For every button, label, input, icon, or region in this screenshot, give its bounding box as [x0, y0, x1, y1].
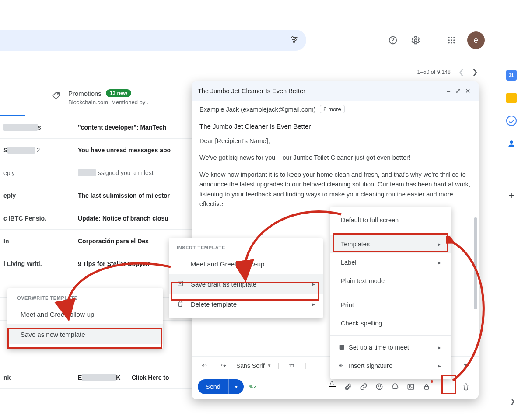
svg-point-17 — [378, 386, 379, 387]
svg-point-18 — [380, 386, 381, 387]
menu-item-schedule[interactable]: Set up a time to meet▶ — [330, 338, 452, 357]
undo-icon[interactable]: ↶ — [198, 359, 211, 372]
drive-icon[interactable] — [388, 380, 402, 393]
svg-point-20 — [409, 385, 410, 387]
menu-item-templates[interactable]: Templates▶ — [330, 235, 452, 253]
templates-menu: INSERT TEMPLATE Meet and Greet follow-up… — [169, 238, 323, 318]
svg-point-9 — [448, 39, 450, 41]
mail-row[interactable]: c IBTC Pensio.Update: Notice of branch c… — [0, 207, 192, 230]
mail-row[interactable]: nkExxxxxxxxxxK - -- Click Here to — [0, 366, 192, 389]
more-recipients-chip[interactable]: 8 more — [320, 105, 344, 113]
search-bar[interactable] — [0, 30, 306, 51]
emoji-icon[interactable] — [373, 380, 386, 393]
compose-scrollbar[interactable] — [474, 217, 477, 309]
menu-item-spelling[interactable]: Check spelling — [330, 314, 452, 332]
close-icon[interactable]: ✕ — [463, 88, 472, 94]
side-panel-toggle-icon[interactable]: ❯ — [510, 398, 515, 405]
svg-rect-22 — [340, 345, 344, 350]
add-app-icon[interactable]: ＋ — [506, 190, 517, 200]
pen-icon: ✒ — [338, 362, 349, 369]
search-options-icon[interactable] — [290, 35, 298, 46]
contacts-app-icon[interactable] — [506, 138, 517, 149]
tab-promotions-label: Promotions — [68, 90, 102, 97]
tab-promotions[interactable]: Promotions 13 new Blockchain.com, Mentio… — [52, 89, 149, 105]
account-avatar[interactable]: e — [467, 32, 485, 49]
side-panel: ＋ — [497, 61, 525, 411]
template-item[interactable]: Meet and Greet follow-up — [169, 254, 323, 274]
discard-icon[interactable] — [459, 380, 472, 393]
compose-title: The Jumbo Jet Cleaner Is Even Better — [198, 88, 305, 94]
svg-point-7 — [451, 37, 452, 38]
svg-point-2 — [293, 41, 294, 42]
page-next-icon[interactable]: ❯ — [472, 68, 478, 76]
page-prev-icon[interactable]: ❮ — [458, 68, 464, 76]
svg-point-16 — [376, 384, 382, 390]
tab-promotions-badge: 13 new — [106, 89, 131, 97]
compose-recipients[interactable]: Example Jack (examplejack@gmail.com) 8 m… — [192, 101, 479, 118]
send-button[interactable]: Send ▼ — [198, 379, 244, 394]
compose-subject[interactable]: The Jumbo Jet Cleaner Is Even Better — [192, 118, 479, 134]
menu-item-label[interactable]: Label▶ — [330, 253, 452, 272]
signature-pen-icon[interactable]: ✎✔ — [246, 380, 259, 393]
mail-row[interactable]: xxxxxxxxxxs"content developer": ManTech — [0, 116, 192, 139]
tab-promotions-preview: Blockchain.com, Mentioned by . — [68, 99, 149, 105]
mail-row[interactable]: InCorporación para el Des — [0, 230, 192, 252]
svg-rect-21 — [425, 386, 429, 389]
menu-item-print[interactable]: Print — [330, 296, 452, 314]
text-color-icon[interactable] — [326, 380, 339, 393]
expand-icon[interactable]: ⤢ — [453, 88, 463, 94]
svg-point-14 — [453, 42, 455, 43]
mail-row[interactable]: i Living Writi.9 Tips for Stellar Copywr — [0, 252, 192, 275]
more-options-icon[interactable]: ⋮ — [436, 380, 449, 393]
image-icon[interactable] — [404, 380, 417, 393]
tag-icon — [52, 91, 60, 101]
menu-item-fullscreen[interactable]: Default to full screen — [330, 211, 452, 229]
save-template-menu: OVERWRITE TEMPLATE Meet and Greet follow… — [7, 288, 163, 349]
window-top-strip — [0, 0, 525, 21]
overwrite-template-item[interactable]: Meet and Greet follow-up — [7, 304, 163, 324]
menu-item-signature[interactable]: ✒ Insert signature▶ — [330, 357, 452, 375]
svg-point-8 — [453, 37, 455, 38]
more-formatting-icon[interactable]: ▼ — [459, 359, 472, 372]
pagination-range: 1–50 of 9,148 — [417, 69, 451, 75]
calendar-icon — [338, 343, 349, 352]
save-icon — [177, 280, 185, 288]
keep-app-icon[interactable] — [506, 93, 517, 103]
templates-heading: INSERT TEMPLATE — [169, 242, 323, 254]
mail-row[interactable]: Sxxxxxxxx 2You have unread messages abo — [0, 139, 192, 161]
svg-point-0 — [292, 37, 293, 38]
minimize-icon[interactable]: – — [444, 88, 453, 94]
menu-item-delete-template[interactable]: Delete template▶ — [169, 294, 323, 314]
mail-row[interactable]: eplyThe last submission of milestor — [0, 184, 192, 207]
svg-point-11 — [453, 39, 455, 41]
mail-row[interactable]: eplyxxxxxx ssigned you a milest — [0, 161, 192, 184]
menu-item-plaintext[interactable]: Plain text mode — [330, 272, 452, 290]
pagination: 1–50 of 9,148 ❮ ❯ — [417, 68, 478, 76]
header-divider — [0, 58, 525, 58]
font-size-icon[interactable]: тT — [285, 359, 298, 372]
svg-point-5 — [414, 39, 417, 42]
settings-icon[interactable] — [407, 32, 424, 49]
svg-point-4 — [392, 42, 393, 43]
svg-point-1 — [295, 39, 296, 40]
compose-header: The Jumbo Jet Cleaner Is Even Better – ⤢… — [192, 81, 479, 101]
tasks-app-icon[interactable] — [506, 116, 517, 126]
trash-icon — [177, 300, 185, 308]
font-picker[interactable]: Sans Serif▼ — [236, 362, 272, 369]
menu-item-save-new-template[interactable]: Save as new template — [7, 324, 163, 344]
apps-grid-icon[interactable] — [443, 32, 460, 49]
confidential-icon[interactable] — [420, 380, 433, 393]
link-icon[interactable] — [357, 380, 370, 393]
attach-icon[interactable] — [341, 380, 354, 393]
compose-to-text: Example Jack (examplejack@gmail.com) — [200, 106, 315, 113]
redo-icon[interactable]: ↷ — [217, 359, 230, 372]
svg-rect-23 — [340, 344, 341, 345]
send-options-icon[interactable]: ▼ — [228, 379, 244, 394]
svg-point-15 — [57, 93, 59, 94]
calendar-app-icon[interactable] — [506, 70, 517, 80]
help-icon[interactable] — [384, 32, 402, 49]
svg-point-12 — [448, 42, 450, 43]
menu-item-save-draft-template[interactable]: Save draft as template▶ — [169, 274, 323, 294]
save-template-heading: OVERWRITE TEMPLATE — [7, 293, 163, 304]
svg-rect-24 — [343, 344, 343, 345]
